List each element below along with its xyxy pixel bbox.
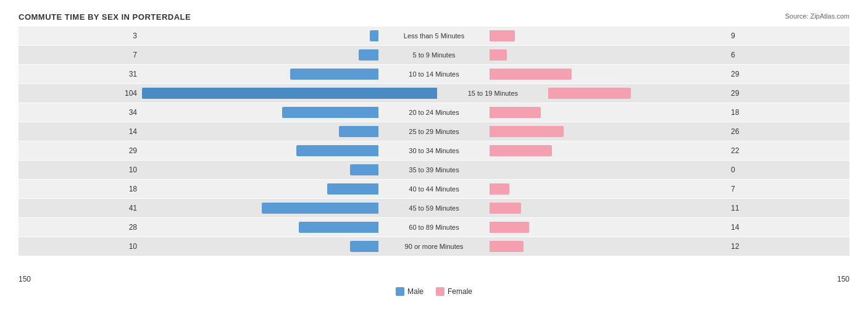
chart-row: 14 25 to 29 Minutes 26 (19, 122, 849, 141)
female-bar (490, 183, 509, 195)
female-value: 22 (726, 146, 849, 155)
row-label: Less than 5 Minutes (378, 32, 490, 40)
male-value: 3 (19, 31, 142, 40)
chart-row: 31 10 to 14 Minutes 29 (19, 65, 849, 83)
legend: Male Female (19, 287, 849, 296)
chart-row: 10 35 to 39 Minutes 0 (19, 161, 849, 179)
male-bar (370, 30, 378, 41)
chart-area: 3 Less than 5 Minutes 9 7 5 to 9 Minutes… (19, 27, 849, 274)
male-bar (350, 164, 378, 175)
legend-male: Male (396, 287, 424, 296)
male-value: 14 (19, 127, 142, 136)
chart-row: 29 30 to 34 Minutes 22 (19, 141, 849, 160)
female-value: 18 (726, 108, 849, 117)
female-bar-container (490, 46, 726, 64)
female-value: 29 (726, 89, 849, 98)
female-value: 0 (726, 166, 849, 174)
female-bar-container (490, 161, 726, 179)
row-label: 20 to 24 Minutes (378, 109, 490, 116)
male-value: 28 (19, 223, 142, 232)
chart-row: 104 15 to 19 Minutes 29 (19, 84, 849, 103)
male-bar (142, 88, 437, 99)
source-label: Source: ZipAtlas.com (785, 12, 849, 20)
row-label: 90 or more Minutes (378, 243, 490, 250)
legend-female-label: Female (448, 287, 472, 296)
female-bar-container (490, 199, 726, 217)
legend-female-box (436, 287, 444, 296)
male-value: 18 (19, 185, 142, 193)
row-label: 60 to 89 Minutes (378, 224, 490, 231)
male-bar (339, 126, 378, 137)
male-value: 41 (19, 204, 142, 212)
row-label: 30 to 34 Minutes (378, 147, 490, 154)
male-value: 31 (19, 70, 142, 78)
row-label: 15 to 19 Minutes (437, 90, 548, 97)
male-bar-container (142, 46, 378, 64)
female-bar (548, 88, 630, 99)
female-bar-container (490, 237, 726, 256)
female-bar-container (490, 103, 726, 122)
male-value: 10 (19, 242, 142, 251)
male-bar (290, 69, 378, 80)
chart-row: 7 5 to 9 Minutes 6 (19, 46, 849, 64)
bottom-right-num: 150 (837, 275, 849, 283)
male-bar-container (142, 237, 378, 256)
female-bar-container (490, 122, 726, 141)
legend-male-label: Male (407, 287, 424, 296)
female-value: 9 (726, 31, 849, 40)
chart-row: 41 45 to 59 Minutes 11 (19, 199, 849, 217)
female-value: 6 (726, 51, 849, 59)
male-bar (359, 49, 378, 61)
female-value: 26 (726, 127, 849, 136)
row-label: 45 to 59 Minutes (378, 204, 490, 212)
male-bar-container (142, 84, 437, 103)
female-bar (490, 222, 529, 233)
female-value: 29 (726, 70, 849, 78)
female-bar-container (490, 27, 726, 45)
male-bar-container (142, 103, 378, 122)
male-bar-container (142, 27, 378, 45)
female-bar (490, 107, 541, 118)
male-bar-container (142, 218, 378, 237)
male-value: 29 (19, 146, 142, 155)
male-bar (299, 222, 378, 233)
male-value: 104 (19, 89, 142, 98)
male-bar-container (142, 161, 378, 179)
female-bar (490, 49, 507, 61)
female-value: 14 (726, 223, 849, 232)
female-bar-container (490, 141, 726, 160)
female-bar (490, 30, 515, 41)
female-bar (490, 145, 552, 156)
male-bar-container (142, 65, 378, 83)
chart-row: 34 20 to 24 Minutes 18 (19, 103, 849, 122)
female-bar-container (490, 65, 726, 83)
male-bar (350, 241, 378, 252)
chart-row: 10 90 or more Minutes 12 (19, 237, 849, 256)
legend-female: Female (436, 287, 472, 296)
male-bar (262, 203, 378, 214)
male-bar (296, 145, 378, 156)
male-bar-container (142, 141, 378, 160)
male-bar-container (142, 122, 378, 141)
chart-title: COMMUTE TIME BY SEX IN PORTERDALE (19, 12, 849, 22)
row-label: 10 to 14 Minutes (378, 70, 490, 78)
female-bar-container (490, 218, 726, 237)
female-bar (490, 69, 572, 80)
chart-row: 18 40 to 44 Minutes 7 (19, 180, 849, 198)
chart-row: 3 Less than 5 Minutes 9 (19, 27, 849, 45)
bottom-scale: 150 150 (19, 275, 849, 283)
male-bar (282, 107, 378, 118)
male-bar (327, 183, 378, 195)
female-bar (490, 241, 524, 252)
male-value: 10 (19, 166, 142, 174)
row-label: 35 to 39 Minutes (378, 166, 490, 174)
female-value: 7 (726, 185, 849, 193)
chart-row: 28 60 to 89 Minutes 14 (19, 218, 849, 237)
male-bar-container (142, 180, 378, 198)
female-bar (490, 203, 521, 214)
female-value: 11 (726, 204, 849, 212)
legend-male-box (396, 287, 404, 296)
female-bar-container (490, 180, 726, 198)
male-value: 34 (19, 108, 142, 117)
female-bar-container (548, 84, 726, 103)
